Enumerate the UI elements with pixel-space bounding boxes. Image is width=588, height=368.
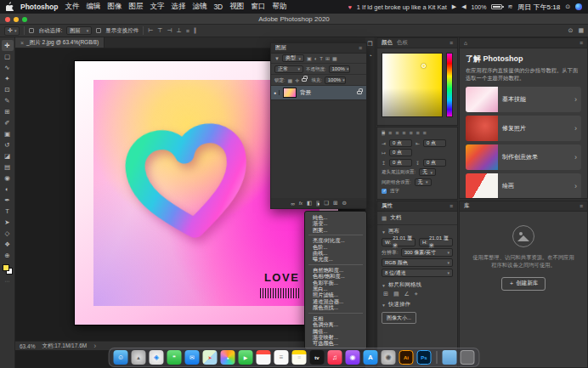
menu-item-solid-color[interactable]: 纯色... bbox=[305, 214, 366, 220]
canvas-width-field[interactable]: W:21.01 厘米 bbox=[382, 238, 416, 246]
dock-icon-tv[interactable] bbox=[310, 350, 325, 365]
mojikumi-dropdown[interactable]: 无 bbox=[415, 178, 432, 186]
wifi-icon[interactable]: ≋ bbox=[507, 3, 512, 10]
menu-window[interactable]: 窗口 bbox=[251, 2, 265, 12]
dock-icon-messages[interactable] bbox=[167, 350, 182, 365]
align-right-button[interactable]: ≡ bbox=[395, 130, 399, 136]
move-tool[interactable]: ✛ bbox=[2, 40, 14, 51]
lock-all-icon[interactable] bbox=[302, 78, 307, 82]
panel-menu-icon[interactable]: ≡ bbox=[359, 45, 362, 51]
new-group-icon[interactable]: ❏ bbox=[324, 200, 329, 207]
dock-icon-finder[interactable] bbox=[114, 350, 128, 365]
align-left-icon[interactable]: ⊢ bbox=[148, 27, 153, 34]
tab-close-icon[interactable]: × bbox=[20, 40, 24, 46]
distribute-h-icon[interactable]: ≡ bbox=[186, 28, 189, 34]
dock-icon-safari[interactable] bbox=[150, 350, 164, 365]
dock-icon-mail[interactable] bbox=[185, 350, 200, 365]
section-collapse-icon[interactable]: ▼ bbox=[382, 229, 386, 235]
dock-icon-system-preferences[interactable] bbox=[382, 350, 396, 365]
dock-icon-maps[interactable] bbox=[203, 350, 218, 365]
panel-menu-icon[interactable]: ≡ bbox=[449, 40, 453, 46]
dock-icon-photoshop[interactable] bbox=[417, 350, 432, 365]
hand-tool[interactable]: ❖ bbox=[2, 239, 14, 250]
menu-item-exposure[interactable]: 曝光度... bbox=[305, 256, 366, 262]
dock-icon-facetime[interactable] bbox=[239, 350, 253, 365]
filter-smart-icon[interactable]: ▦ bbox=[332, 55, 337, 61]
indent-left-field[interactable]: 0 点 bbox=[389, 139, 412, 147]
spotlight-icon[interactable]: ⊙ bbox=[565, 3, 570, 10]
blur-tool[interactable]: ◉ bbox=[2, 173, 14, 184]
tab-swatches[interactable]: 色板 bbox=[397, 39, 408, 47]
menu-type[interactable]: 文字 bbox=[150, 2, 164, 12]
history-brush-tool[interactable]: ↺ bbox=[2, 139, 14, 150]
menu-view[interactable]: 视图 bbox=[229, 2, 244, 12]
align-top-icon[interactable]: ⊥ bbox=[177, 27, 182, 34]
justify-last-center-button[interactable]: ≡ bbox=[409, 130, 412, 136]
filter-shape-icon[interactable]: ⊞ bbox=[325, 55, 330, 61]
hyphenate-checkbox[interactable] bbox=[382, 189, 387, 194]
justify-last-left-button[interactable]: ≡ bbox=[402, 130, 405, 136]
panel-menu-icon[interactable]: ≡ bbox=[580, 40, 583, 46]
indent-right-field[interactable]: 0 点 bbox=[423, 139, 446, 147]
tutorial-card-effects[interactable]: 制作创意效果 › bbox=[466, 144, 581, 170]
menu-item-color-balance[interactable]: 色彩平衡... bbox=[305, 280, 366, 286]
menu-item-brightness-contrast[interactable]: 亮度/对比度... bbox=[305, 237, 366, 243]
align-right-icon[interactable]: ⊣ bbox=[167, 27, 172, 34]
now-playing-title[interactable]: 1 If ld get broke up like a Kit Kat bbox=[357, 3, 447, 11]
filter-pixel-icon[interactable]: ▣ bbox=[307, 55, 312, 61]
opacity-dropdown[interactable]: 100% bbox=[329, 65, 350, 73]
brush-tool[interactable]: ✐ bbox=[2, 117, 14, 128]
guides-toggle-icon[interactable]: ∠ bbox=[404, 291, 410, 297]
space-before-field[interactable]: 0 点 bbox=[389, 159, 412, 167]
menu-select[interactable]: 选择 bbox=[171, 2, 185, 12]
section-collapse-icon[interactable]: ▼ bbox=[382, 303, 386, 308]
eyedropper-tool[interactable]: ✎ bbox=[2, 95, 14, 106]
path-selection-tool[interactable]: ➤ bbox=[2, 217, 14, 228]
menu-item-gradient-map[interactable]: 渐变映射... bbox=[305, 334, 366, 340]
gradient-tool[interactable]: ▤ bbox=[2, 161, 14, 173]
document-tab[interactable]: × _图片 2.jpg @ 63.4%(RGB/8) bbox=[15, 37, 105, 48]
layer-row-background[interactable]: ● 背景 bbox=[271, 86, 366, 100]
distribute-v-icon[interactable]: ∥ bbox=[194, 27, 197, 34]
layer-thumbnail[interactable] bbox=[283, 88, 297, 98]
menu-item-gradient[interactable]: 渐变... bbox=[305, 220, 366, 226]
canvas-height-field[interactable]: H:21.01 厘米 bbox=[419, 238, 453, 246]
panel-menu-icon[interactable]: ≡ bbox=[580, 203, 583, 209]
color-mode-dropdown[interactable]: RGB 颜色 bbox=[382, 258, 453, 267]
fill-dropdown[interactable]: 100% bbox=[325, 76, 346, 84]
kinsoku-dropdown[interactable]: 无 bbox=[419, 168, 436, 176]
menu-item-invert[interactable]: 反相 bbox=[305, 315, 366, 321]
pen-tool[interactable]: ✒ bbox=[2, 195, 14, 206]
status-options-chevron[interactable]: › bbox=[93, 342, 96, 350]
menubar-app-name[interactable]: Photoshop bbox=[20, 3, 58, 11]
type-tool[interactable]: T bbox=[2, 206, 14, 217]
magic-wand-tool[interactable]: ✦ bbox=[2, 73, 14, 84]
eraser-tool[interactable]: ◪ bbox=[2, 150, 14, 161]
edit-toolbar-icon[interactable]: ⋯ bbox=[5, 278, 10, 284]
image-size-button[interactable]: 图像大小... bbox=[382, 312, 416, 324]
apple-menu-icon[interactable] bbox=[6, 2, 14, 13]
first-line-indent-field[interactable]: 0 点 bbox=[389, 149, 412, 156]
color-picker-field[interactable] bbox=[382, 53, 443, 117]
search-icon[interactable]: ⊙ bbox=[568, 27, 574, 34]
menu-image[interactable]: 图像 bbox=[107, 2, 122, 12]
layer-style-icon[interactable]: fx bbox=[299, 201, 302, 206]
foreground-color-swatch[interactable] bbox=[3, 264, 9, 271]
dock-icon-app-store[interactable] bbox=[364, 350, 378, 365]
snap-toggle-icon[interactable]: ⌖ bbox=[415, 291, 418, 297]
menu-item-selective-color[interactable]: 可选颜色... bbox=[305, 340, 366, 346]
menu-item-levels[interactable]: 色阶... bbox=[305, 244, 366, 250]
lasso-tool[interactable]: ∿ bbox=[2, 62, 14, 73]
menu-filter[interactable]: 滤镜 bbox=[192, 2, 206, 12]
clone-stamp-tool[interactable]: ▣ bbox=[2, 128, 14, 139]
justify-all-button[interactable]: ≡ bbox=[423, 130, 427, 136]
dock-icon-launchpad[interactable] bbox=[132, 350, 146, 365]
align-left-button[interactable]: ≡ bbox=[382, 130, 385, 136]
create-library-button[interactable]: ＋ 创建新库 bbox=[501, 277, 546, 291]
color-swatches[interactable] bbox=[3, 264, 13, 275]
dock-icon-illustrator[interactable] bbox=[399, 350, 414, 365]
menu-3d[interactable]: 3D bbox=[213, 3, 223, 11]
dock-icon-notes[interactable] bbox=[292, 350, 307, 365]
play-icon[interactable]: ▶ bbox=[452, 3, 456, 10]
layer-list[interactable]: ● 背景 bbox=[271, 86, 366, 198]
